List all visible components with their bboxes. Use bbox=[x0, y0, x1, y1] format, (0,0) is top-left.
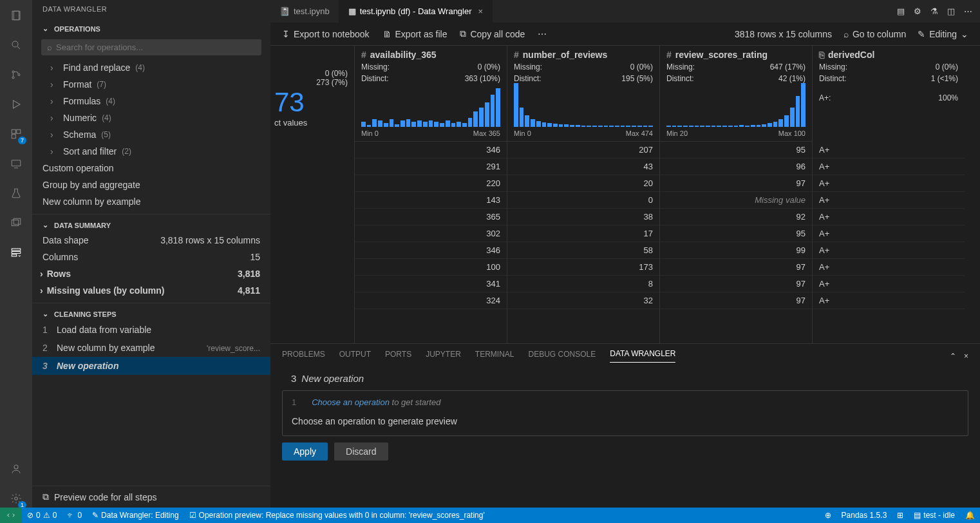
beaker-icon[interactable] bbox=[7, 184, 25, 202]
data-cell[interactable]: A+ bbox=[813, 292, 965, 309]
operation-group[interactable]: ›Formulas (4) bbox=[32, 93, 270, 109]
data-cell[interactable]: A+ bbox=[813, 276, 965, 292]
book-icon[interactable]: ▤ bbox=[897, 6, 905, 16]
data-cell[interactable]: A+ bbox=[813, 225, 965, 242]
data-cell[interactable]: A+ bbox=[813, 192, 965, 209]
summary-row[interactable]: ›Missing values (by column)4,811 bbox=[32, 282, 270, 299]
windows-icon[interactable] bbox=[7, 214, 25, 232]
bell-icon[interactable]: 🔔 bbox=[960, 508, 980, 523]
operation-group[interactable]: ›Format (7) bbox=[32, 76, 270, 93]
preview-code-link[interactable]: ⧉ Preview code for all steps bbox=[32, 486, 270, 508]
operation-group[interactable]: ›Sort and filter (2) bbox=[32, 143, 270, 160]
gear-icon[interactable]: ⚙ bbox=[914, 6, 921, 16]
data-cell[interactable]: 365 bbox=[355, 209, 507, 225]
kernel-status[interactable]: ▤test - idle bbox=[909, 508, 960, 523]
data-cell[interactable]: 20 bbox=[507, 175, 659, 192]
cleaning-step[interactable]: 2New column by example'review_score... bbox=[32, 339, 270, 357]
editor-tab[interactable]: ▦test.ipynb (df) - Data Wrangler× bbox=[339, 0, 493, 23]
copilot-status[interactable]: ⊞ bbox=[892, 508, 909, 523]
operation-item[interactable]: Custom operation bbox=[32, 160, 270, 176]
remote-icon[interactable] bbox=[7, 155, 25, 173]
data-cell[interactable]: 0 bbox=[507, 192, 659, 209]
panel-tab[interactable]: DATA WRANGLER bbox=[610, 349, 675, 363]
data-cell[interactable]: 302 bbox=[355, 225, 507, 242]
source-control-icon[interactable] bbox=[7, 66, 25, 84]
data-cell[interactable]: 324 bbox=[355, 292, 507, 309]
data-cell[interactable]: 341 bbox=[355, 276, 507, 292]
search-icon[interactable] bbox=[7, 36, 25, 54]
pandas-status[interactable]: Pandas 1.5.3 bbox=[836, 508, 892, 523]
copy-code-button[interactable]: ⧉Copy all code bbox=[460, 28, 525, 39]
extensions-icon[interactable]: 7 bbox=[7, 125, 25, 143]
data-cell[interactable]: 43 bbox=[507, 158, 659, 175]
data-grid[interactable]: 0 (0%) 273 (7%) 73 ct values #availabili… bbox=[270, 46, 980, 343]
data-cell[interactable]: 8 bbox=[507, 276, 659, 292]
data-cell[interactable]: 100 bbox=[355, 259, 507, 276]
data-cell[interactable]: 220 bbox=[355, 175, 507, 192]
preview-status[interactable]: ☑Operation preview: Replace missing valu… bbox=[184, 508, 490, 523]
data-cell[interactable]: A+ bbox=[813, 175, 965, 192]
panel-tab[interactable]: TERMINAL bbox=[475, 350, 514, 363]
data-cell[interactable]: 38 bbox=[507, 209, 659, 225]
data-column[interactable]: ⎘derivedColMissing:0 (0%)Distinct:1 (<1%… bbox=[812, 46, 965, 343]
operations-search[interactable]: ⌕ bbox=[41, 39, 261, 55]
data-cell[interactable]: 92 bbox=[660, 209, 812, 225]
data-column[interactable]: #number_of_reviewsMissing:0 (0%)Distinct… bbox=[507, 46, 659, 343]
data-cell[interactable]: 97 bbox=[660, 276, 812, 292]
mode-status[interactable]: ✎Data Wrangler: Editing bbox=[87, 508, 184, 523]
data-cell[interactable]: A+ bbox=[813, 259, 965, 276]
apply-button[interactable]: Apply bbox=[282, 442, 328, 461]
search-input[interactable] bbox=[56, 43, 256, 52]
data-cell[interactable]: 97 bbox=[660, 259, 812, 276]
problems-status[interactable]: ⊘0⚠0 bbox=[22, 508, 62, 523]
data-cell[interactable]: 97 bbox=[660, 292, 812, 309]
export-file-button[interactable]: 🗎Export as file bbox=[382, 29, 448, 39]
data-cell[interactable]: 207 bbox=[507, 142, 659, 158]
data-cell[interactable]: 97 bbox=[660, 175, 812, 192]
data-column[interactable]: #availability_365Missing:0 (0%)Distinct:… bbox=[354, 46, 507, 343]
data-column[interactable]: #review_scores_ratingMissing:647 (17%)Di… bbox=[659, 46, 812, 343]
settings-icon[interactable]: 1 bbox=[7, 490, 25, 508]
zoom-status[interactable]: ⊕ bbox=[820, 508, 836, 523]
summary-header[interactable]: ⌄DATA SUMMARY bbox=[32, 218, 270, 232]
more-icon[interactable]: ⋯ bbox=[964, 6, 972, 16]
panel-tab[interactable]: OUTPUT bbox=[339, 350, 371, 363]
operation-item[interactable]: Group by and aggregate bbox=[32, 176, 270, 193]
mode-toggle[interactable]: ✎Editing ⌄ bbox=[918, 29, 968, 39]
remote-indicator[interactable] bbox=[0, 508, 22, 523]
operation-group[interactable]: ›Schema (5) bbox=[32, 126, 270, 143]
data-cell[interactable]: 58 bbox=[507, 242, 659, 259]
data-cell[interactable]: 346 bbox=[355, 142, 507, 158]
summary-row[interactable]: ›Rows3,818 bbox=[32, 265, 270, 282]
panel-tab[interactable]: PROBLEMS bbox=[282, 350, 325, 363]
wrangler-icon[interactable] bbox=[7, 243, 25, 262]
data-cell[interactable]: 17 bbox=[507, 225, 659, 242]
editor-tab[interactable]: 📓test.ipynb bbox=[270, 0, 339, 23]
data-cell[interactable]: 291 bbox=[355, 158, 507, 175]
data-cell[interactable]: 95 bbox=[660, 142, 812, 158]
run-icon[interactable] bbox=[7, 95, 25, 113]
more-button[interactable]: ⋯ bbox=[538, 29, 547, 39]
operations-header[interactable]: ⌄OPERATIONS bbox=[32, 22, 270, 35]
cleaning-step[interactable]: 1Load data from variable bbox=[32, 321, 270, 339]
data-cell[interactable]: 95 bbox=[660, 225, 812, 242]
chevron-up-icon[interactable]: ⌃ bbox=[950, 352, 956, 361]
data-cell[interactable]: 346 bbox=[355, 242, 507, 259]
panel-tab[interactable]: DEBUG CONSOLE bbox=[529, 350, 596, 363]
panel-tab[interactable]: PORTS bbox=[385, 350, 411, 363]
close-icon[interactable]: × bbox=[478, 6, 484, 16]
data-cell[interactable]: 96 bbox=[660, 158, 812, 175]
data-cell[interactable]: A+ bbox=[813, 142, 965, 158]
panel-tab[interactable]: JUPYTER bbox=[426, 350, 461, 363]
operation-item[interactable]: New column by example bbox=[32, 193, 270, 210]
goto-column-button[interactable]: ⌕Go to column bbox=[843, 29, 906, 39]
account-icon[interactable] bbox=[7, 460, 25, 478]
data-cell[interactable]: 32 bbox=[507, 292, 659, 309]
steps-header[interactable]: ⌄CLEANING STEPS bbox=[32, 307, 270, 321]
data-cell[interactable]: A+ bbox=[813, 209, 965, 225]
data-cell[interactable]: A+ bbox=[813, 158, 965, 175]
discard-button[interactable]: Discard bbox=[334, 442, 388, 461]
cleaning-step[interactable]: 3New operation bbox=[32, 357, 270, 375]
flask-icon[interactable]: ⚗ bbox=[930, 6, 938, 16]
operation-group[interactable]: ›Find and replace (4) bbox=[32, 59, 270, 76]
